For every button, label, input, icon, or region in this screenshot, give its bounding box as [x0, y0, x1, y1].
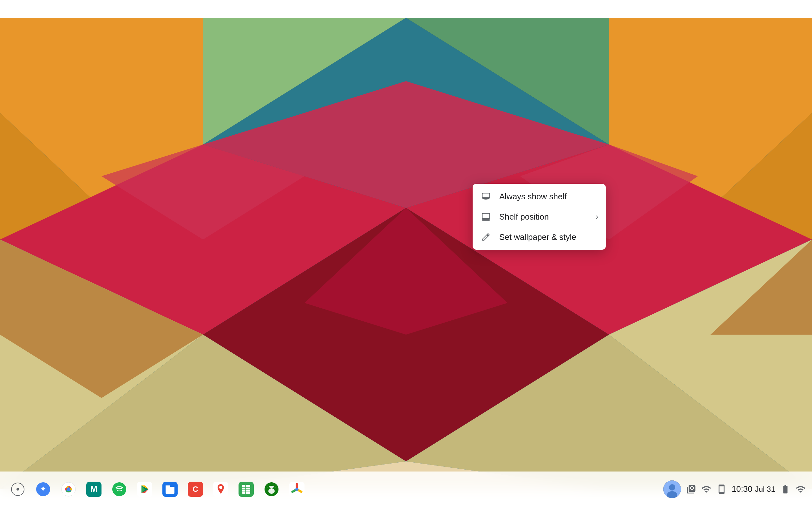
svg-text:M: M — [90, 484, 97, 494]
always-show-shelf-label: Always show shelf — [499, 192, 598, 202]
set-wallpaper-label: Set wallpaper & style — [499, 232, 598, 242]
wallpaper — [0, 0, 812, 507]
svg-point-38 — [67, 487, 70, 491]
always-show-shelf-item[interactable]: Always show shelf — [473, 186, 606, 207]
user-avatar[interactable] — [663, 481, 681, 498]
wallpaper-icon — [480, 231, 492, 243]
svg-text:C: C — [193, 485, 198, 493]
shelf-status: 10:30 Jul 31 — [663, 481, 806, 498]
svg-point-61 — [268, 489, 275, 494]
svg-rect-48 — [165, 487, 174, 494]
shelf-position-icon — [480, 211, 492, 222]
shelf-position-label: Shelf position — [499, 212, 588, 222]
svg-text:✦: ✦ — [40, 484, 47, 494]
media-controls[interactable] — [686, 484, 696, 494]
clock-date: Jul 31 — [755, 484, 775, 494]
shelf-app-chrome-red[interactable]: C — [184, 478, 207, 501]
svg-rect-28 — [482, 197, 490, 199]
shelf-app-files[interactable] — [159, 478, 182, 501]
shelf-app-play-store[interactable] — [133, 478, 156, 501]
shelf-app-assistant[interactable]: ✦ — [32, 478, 55, 501]
monitor-icon — [480, 191, 492, 202]
svg-point-33 — [16, 488, 19, 491]
shelf-app-spotify[interactable] — [108, 478, 131, 501]
svg-rect-29 — [482, 214, 490, 219]
context-menu: Always show shelf Shelf position › Set w… — [473, 184, 606, 250]
set-wallpaper-item[interactable]: Set wallpaper & style — [473, 227, 606, 247]
shelf-app-meet[interactable]: M — [83, 478, 105, 501]
svg-point-65 — [669, 484, 675, 491]
shelf-app-sheets[interactable] — [235, 478, 258, 501]
chevron-right-icon: › — [596, 212, 598, 221]
wifi-icon — [796, 484, 806, 494]
svg-point-63 — [295, 488, 299, 491]
clock-date[interactable]: 10:30 Jul 31 — [732, 484, 775, 495]
shelf-position-item[interactable]: Shelf position › — [473, 207, 606, 227]
svg-point-41 — [112, 482, 126, 496]
shelf-app-xbox[interactable] — [260, 478, 283, 501]
launcher-button[interactable] — [6, 478, 29, 501]
svg-point-53 — [219, 486, 222, 489]
shelf-app-photos[interactable] — [286, 478, 308, 501]
display-button[interactable] — [701, 484, 711, 494]
shelf-apps: ✦ M — [32, 478, 663, 501]
shelf-app-maps[interactable] — [209, 478, 232, 501]
shelf: ✦ M — [0, 471, 812, 507]
shelf-app-chrome[interactable] — [57, 478, 80, 501]
svg-rect-49 — [165, 486, 170, 487]
phone-button[interactable] — [716, 484, 727, 494]
clock-time: 10:30 — [732, 484, 752, 495]
battery-icon — [780, 484, 791, 494]
